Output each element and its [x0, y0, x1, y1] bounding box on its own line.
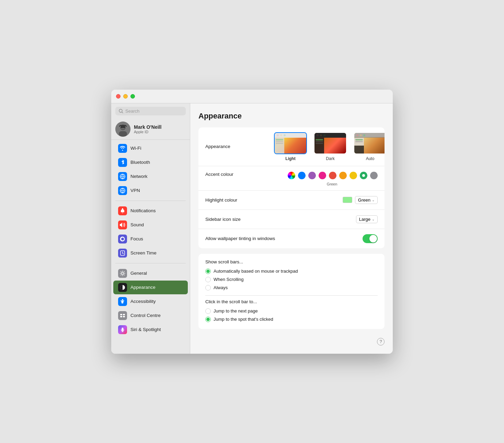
appearance-option-auto[interactable]: Auto	[354, 132, 385, 161]
accent-colour-control: Green	[274, 172, 378, 186]
scroll-auto-option[interactable]: Automatically based on mouse or trackpad	[205, 267, 378, 275]
scroll-always-label: Always	[214, 285, 228, 290]
scroll-scrolling-option[interactable]: When Scrolling	[205, 275, 378, 284]
sidebar-divider-1	[115, 201, 186, 201]
wallpaper-tinting-control	[275, 234, 378, 243]
user-subtitle: Apple ID	[134, 130, 161, 134]
sidebar-item-vpn[interactable]: VPN	[113, 184, 188, 197]
sidebar-item-sound-label: Sound	[130, 222, 144, 227]
scroll-divider	[205, 295, 378, 296]
sidebar-item-wifi[interactable]: Wi-Fi	[113, 141, 188, 155]
close-button[interactable]	[116, 94, 121, 99]
sidebar-item-appearance[interactable]: Appearance	[113, 281, 188, 294]
scroll-always-radio[interactable]	[205, 285, 211, 291]
click-next-page-label: Jump to the next page	[214, 308, 258, 314]
panel-title: Appearance	[198, 112, 385, 121]
accent-purple[interactable]	[308, 172, 316, 179]
sidebar-item-bluetooth[interactable]: Bluetooth	[113, 156, 188, 169]
accent-green[interactable]	[360, 172, 367, 179]
highlight-colour-row: Highlight colour Green ⌄	[198, 191, 385, 210]
user-info: Mark O'Neill Apple ID	[134, 124, 161, 134]
accent-pink[interactable]	[319, 172, 326, 179]
svg-line-1	[122, 112, 123, 113]
maximize-button[interactable]	[130, 94, 135, 99]
vpn-icon	[118, 186, 127, 195]
wallpaper-tinting-label: Allow wallpaper tinting in windows	[205, 236, 275, 241]
sidebar-item-focus[interactable]: Focus	[113, 232, 188, 246]
svg-rect-20	[120, 316, 122, 317]
appearance-auto-label: Auto	[366, 156, 375, 161]
help-button[interactable]: ?	[377, 338, 385, 345]
search-input[interactable]	[125, 109, 182, 114]
click-spot-option[interactable]: Jump to the spot that's clicked	[205, 315, 378, 323]
controlcentre-icon	[118, 311, 127, 320]
sidebar-item-siri-label: Siri & Spotlight	[130, 327, 161, 332]
avatar	[115, 122, 130, 137]
accent-blue[interactable]	[298, 172, 306, 179]
appearance-dark-label: Dark	[326, 156, 334, 161]
sidebar-item-bluetooth-label: Bluetooth	[130, 160, 150, 165]
thumb-dark-mockup	[314, 133, 346, 154]
sidebar-item-general-label: General	[130, 271, 147, 276]
sidebar-item-focus-label: Focus	[130, 236, 143, 241]
accent-multicolor[interactable]	[288, 172, 295, 179]
help-container: ?	[198, 334, 385, 345]
network-icon	[118, 172, 127, 181]
sidebar-item-sound[interactable]: Sound	[113, 218, 188, 232]
sidebar-item-network-label: Network	[130, 174, 148, 179]
scroll-section: Show scroll bars... Automatically based …	[198, 254, 385, 329]
sidebar-icon-size-row: Sidebar icon size Large ⌄	[198, 210, 385, 229]
thumb-light-mockup	[275, 133, 306, 154]
highlight-control[interactable]: Green ⌄	[343, 196, 378, 204]
minimize-button[interactable]	[123, 94, 128, 99]
appearance-card: Appearance	[198, 127, 385, 248]
sidebar-item-network[interactable]: Network	[113, 170, 188, 183]
sidebar: Mark O'Neill Apple ID Wi-Fi	[111, 103, 190, 354]
accent-red[interactable]	[329, 172, 336, 179]
highlight-colour-control[interactable]: Green ⌄	[274, 196, 378, 204]
sidebar-item-wifi-label: Wi-Fi	[130, 146, 141, 151]
sidebar-item-screentime[interactable]: Screen Time	[113, 246, 188, 260]
wallpaper-tinting-toggle[interactable]	[363, 234, 378, 243]
select-arrows-icon: ⌄	[372, 198, 375, 202]
svg-rect-7	[119, 131, 127, 137]
sidebar-divider-2	[115, 263, 186, 263]
accent-yellow[interactable]	[350, 172, 357, 179]
appearance-thumb-auto	[354, 132, 385, 154]
sidebar-item-notifications[interactable]: Notifications	[113, 204, 188, 218]
scroll-auto-radio[interactable]	[205, 269, 211, 274]
notifications-icon	[118, 206, 127, 215]
click-spot-label: Jump to the spot that's clicked	[214, 317, 273, 322]
scroll-scrolling-radio[interactable]	[205, 277, 211, 282]
appearance-row-label: Appearance	[205, 144, 274, 149]
click-spot-radio[interactable]	[205, 317, 211, 322]
scroll-scrolling-label: When Scrolling	[214, 277, 243, 282]
svg-rect-18	[120, 314, 122, 315]
scroll-bars-card: Show scroll bars... Automatically based …	[198, 254, 385, 329]
sidebar-icon-size-value: Large	[359, 217, 370, 222]
sidebar-item-siri[interactable]: Siri & Spotlight	[113, 323, 188, 337]
appearance-row-control: Light	[274, 132, 385, 161]
accent-row	[288, 172, 378, 179]
appearance-options: Light	[274, 132, 385, 161]
appearance-icon	[118, 283, 127, 292]
user-profile[interactable]: Mark O'Neill Apple ID	[111, 119, 190, 140]
appearance-option-light[interactable]: Light	[274, 132, 307, 161]
search-box[interactable]	[115, 107, 186, 115]
sidebar-item-controlcentre[interactable]: Control Centre	[113, 309, 188, 322]
accent-graphite[interactable]	[370, 172, 378, 179]
scroll-auto-radio-inner	[206, 270, 210, 273]
appearance-option-dark[interactable]: Dark	[314, 132, 347, 161]
sidebar-item-general[interactable]: General	[113, 266, 188, 280]
scroll-always-option[interactable]: Always	[205, 284, 378, 292]
svg-point-17	[122, 299, 123, 300]
sidebar-item-accessibility[interactable]: Accessibility	[113, 295, 188, 308]
highlight-colour-label: Highlight colour	[205, 197, 274, 203]
accent-orange[interactable]	[339, 172, 347, 179]
click-next-page-option[interactable]: Jump to the next page	[205, 307, 378, 315]
sidebar-icon-size-control[interactable]: Large ⌄	[274, 215, 378, 223]
main-panel: Appearance Appearance	[190, 103, 393, 354]
sidebar-icon-size-select[interactable]: Large ⌄	[356, 215, 378, 223]
click-next-page-radio[interactable]	[205, 308, 211, 314]
highlight-select[interactable]: Green ⌄	[355, 196, 378, 204]
